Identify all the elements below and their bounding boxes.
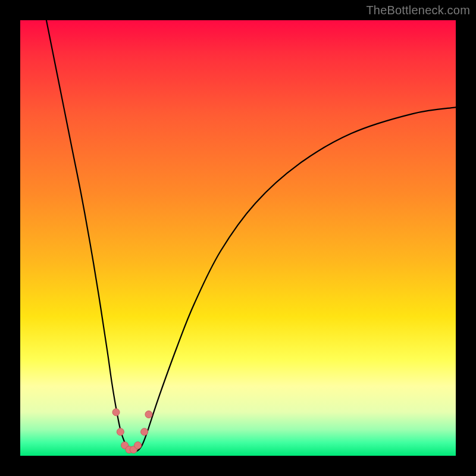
bottleneck-curve	[46, 20, 456, 452]
curve-marker	[112, 409, 120, 416]
chart-frame: TheBottleneck.com	[0, 0, 476, 476]
curve-marker	[145, 411, 152, 418]
plot-area	[20, 20, 456, 456]
curve-markers	[112, 409, 152, 453]
curve-marker	[134, 441, 142, 449]
watermark-text: TheBottleneck.com	[366, 4, 470, 17]
curve-marker	[141, 428, 148, 436]
curve-marker	[117, 428, 124, 436]
curve-svg	[20, 20, 456, 456]
